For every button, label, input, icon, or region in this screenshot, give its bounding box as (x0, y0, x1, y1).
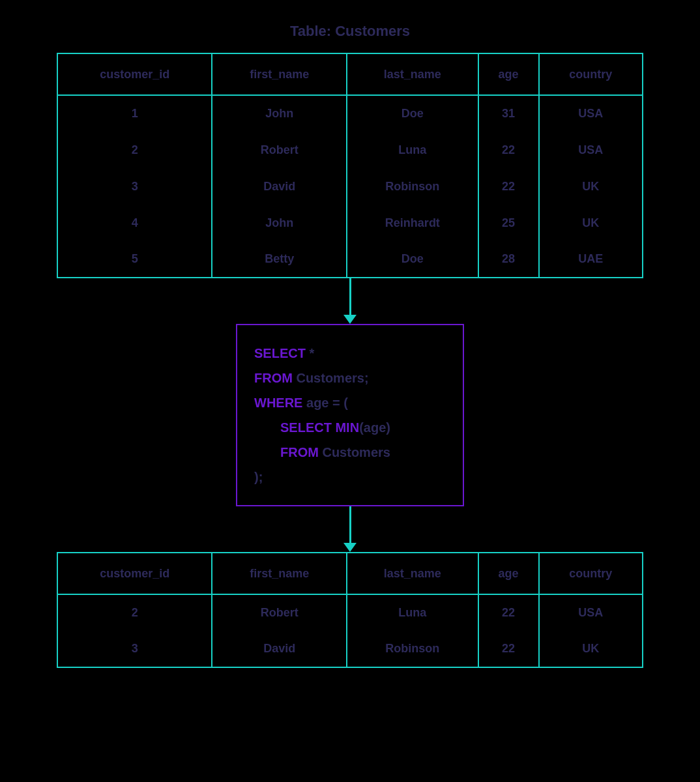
sql-line: SELECT * (254, 341, 446, 366)
table-cell: UAE (539, 241, 643, 278)
table-cell: UK (539, 168, 643, 205)
column-header: first_name (212, 553, 347, 594)
table-cell: 28 (478, 241, 539, 278)
table-cell: 22 (478, 631, 539, 667)
table-cell: Luna (347, 132, 478, 168)
table-cell: David (212, 168, 347, 205)
table-cell: USA (539, 132, 643, 168)
table-title: Table: Customers (290, 23, 410, 40)
table-cell: 2 (57, 594, 212, 631)
sql-line: ); (254, 465, 446, 489)
table-row: 5BettyDoe28UAE (57, 241, 643, 278)
table-cell: Luna (347, 594, 478, 631)
table-cell: USA (539, 95, 643, 132)
table-cell: 31 (478, 95, 539, 132)
column-header: age (478, 53, 539, 95)
column-header: customer_id (57, 553, 212, 594)
table-cell: 22 (478, 168, 539, 205)
table-cell: Robinson (347, 631, 478, 667)
sql-line: SELECT MIN(age) (254, 415, 446, 440)
table-cell: 3 (57, 168, 212, 205)
table-row: 2RobertLuna22USA (57, 132, 643, 168)
table-cell: UK (539, 631, 643, 667)
table-cell: USA (539, 594, 643, 631)
table-cell: 2 (57, 132, 212, 168)
column-header: country (539, 553, 643, 594)
column-header: customer_id (57, 53, 212, 95)
source-table: customer_idfirst_namelast_nameagecountry… (57, 53, 643, 278)
table-cell: Doe (347, 95, 478, 132)
table-row: 4JohnReinhardt25UK (57, 205, 643, 241)
table-cell: 3 (57, 631, 212, 667)
table-cell: Robert (212, 594, 347, 631)
sql-line: WHERE age = ( (254, 390, 446, 415)
sql-line: FROM Customers (254, 440, 446, 465)
result-table: customer_idfirst_namelast_nameagecountry… (57, 552, 643, 668)
table-cell: 25 (478, 205, 539, 241)
table-cell: Robert (212, 132, 347, 168)
column-header: last_name (347, 53, 478, 95)
table-cell: Doe (347, 241, 478, 278)
sql-query-box: SELECT * FROM Customers; WHERE age = ( S… (236, 324, 464, 506)
arrow-down-icon (343, 278, 357, 324)
table-cell: 4 (57, 205, 212, 241)
table-cell: Betty (212, 241, 347, 278)
table-cell: David (212, 631, 347, 667)
table-cell: 22 (478, 594, 539, 631)
table-row: 1JohnDoe31USA (57, 95, 643, 132)
table-cell: John (212, 95, 347, 132)
column-header: age (478, 553, 539, 594)
sql-line: FROM Customers; (254, 366, 446, 390)
table-cell: Reinhardt (347, 205, 478, 241)
table-cell: 1 (57, 95, 212, 132)
column-header: country (539, 53, 643, 95)
table-cell: John (212, 205, 347, 241)
column-header: first_name (212, 53, 347, 95)
table-row: 3DavidRobinson22UK (57, 631, 643, 667)
column-header: last_name (347, 553, 478, 594)
table-cell: 5 (57, 241, 212, 278)
table-row: 3DavidRobinson22UK (57, 168, 643, 205)
arrow-down-icon (343, 506, 357, 552)
table-cell: UK (539, 205, 643, 241)
table-cell: 22 (478, 132, 539, 168)
table-row: 2RobertLuna22USA (57, 594, 643, 631)
table-cell: Robinson (347, 168, 478, 205)
